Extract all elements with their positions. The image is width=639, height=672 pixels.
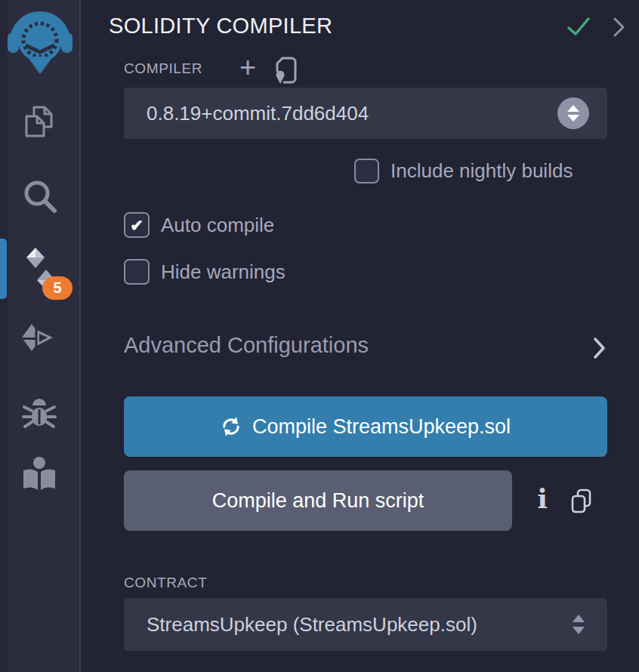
- remix-compiler-panel: 5: [0, 0, 639, 672]
- hide-warnings-row[interactable]: Hide warnings: [124, 259, 286, 285]
- compiler-badge: 5: [42, 276, 73, 300]
- icon-sidebar: 5: [0, 0, 81, 672]
- sidebar-item-learneth[interactable]: [20, 457, 58, 496]
- include-nightly-label: Include nightly builds: [390, 159, 573, 183]
- hide-warnings-label: Hide warnings: [161, 260, 286, 284]
- active-tab-indicator: [0, 239, 7, 299]
- compile-success-check-icon: [566, 17, 591, 41]
- compiler-section-label: COMPILER: [124, 60, 202, 77]
- compile-button[interactable]: Compile StreamsUpkeep.sol: [124, 396, 607, 457]
- compiler-version-select[interactable]: 0.8.19+commit.7dd6d404: [124, 88, 607, 139]
- sidebar-edge-strip: [0, 0, 8, 672]
- include-nightly-row[interactable]: Include nightly builds: [354, 159, 573, 183]
- search-icon: [22, 178, 58, 214]
- auto-compile-row[interactable]: ✔ Auto compile: [124, 212, 274, 238]
- add-compiler-icon[interactable]: +: [239, 53, 256, 82]
- contract-section-label: CONTRACT: [124, 575, 207, 591]
- sidebar-item-debugger[interactable]: [22, 396, 57, 433]
- refresh-icon: [221, 416, 242, 437]
- sidebar-item-file-explorer[interactable]: [20, 104, 58, 145]
- contract-updown-icon: [573, 598, 585, 651]
- auto-compile-checkbox[interactable]: ✔: [124, 212, 150, 238]
- sidebar-item-deploy-run[interactable]: [20, 323, 57, 356]
- compile-and-run-label: Compile and Run script: [212, 489, 424, 513]
- advanced-configurations-label: Advanced Configurations: [124, 333, 369, 358]
- info-icon[interactable]: i: [533, 481, 551, 516]
- hide-warnings-checkbox[interactable]: [124, 259, 150, 285]
- advanced-chevron-icon: [593, 337, 607, 362]
- files-icon: [20, 104, 58, 142]
- contract-select[interactable]: StreamsUpkeep (StreamsUpkeep.sol): [124, 598, 607, 651]
- copy-icon[interactable]: [570, 488, 593, 518]
- bug-icon: [22, 396, 57, 430]
- panel-collapse-chevron-icon[interactable]: [613, 17, 625, 40]
- ethereum-deploy-icon: [20, 323, 57, 353]
- contract-select-value: StreamsUpkeep (StreamsUpkeep.sol): [124, 613, 477, 637]
- version-updown-icon: [557, 97, 589, 129]
- include-nightly-checkbox[interactable]: [354, 159, 379, 183]
- solidity-compiler-panel: SOLIDITY COMPILER COMPILER + 0.8.19+comm…: [82, 0, 639, 672]
- auto-compile-label: Auto compile: [161, 214, 274, 237]
- license-file-icon[interactable]: [273, 56, 300, 88]
- compile-and-run-button[interactable]: Compile and Run script: [124, 470, 512, 531]
- remix-logo[interactable]: [7, 6, 73, 79]
- remix-logo-icon: [7, 6, 73, 76]
- compile-button-label: Compile StreamsUpkeep.sol: [252, 415, 511, 439]
- page-title: SOLIDITY COMPILER: [109, 14, 332, 39]
- compiler-version-value: 0.8.19+commit.7dd6d404: [124, 102, 369, 125]
- book-icon: [20, 457, 58, 493]
- sidebar-item-search[interactable]: [22, 178, 58, 217]
